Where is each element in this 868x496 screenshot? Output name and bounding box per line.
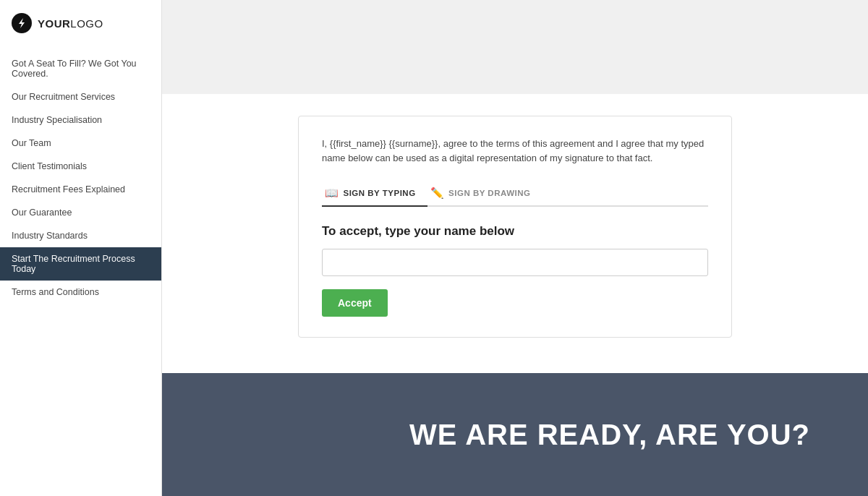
accept-button[interactable]: Accept bbox=[322, 289, 388, 317]
sidebar-item-5: Recruitment Fees Explained bbox=[0, 178, 161, 201]
name-input[interactable] bbox=[322, 249, 708, 276]
sidebar-link-5[interactable]: Recruitment Fees Explained bbox=[0, 178, 161, 201]
main-middle-area: I, {{first_name}} {{surname}}, agree to … bbox=[162, 94, 868, 373]
sidebar-link-1[interactable]: Our Recruitment Services bbox=[0, 85, 161, 108]
logo-bold: YOUR bbox=[38, 17, 70, 30]
book-icon: 📖 bbox=[325, 187, 339, 200]
sidebar-link-3[interactable]: Our Team bbox=[0, 132, 161, 155]
sidebar-link-9[interactable]: Terms and Conditions bbox=[0, 281, 161, 304]
sidebar-link-4[interactable]: Client Testimonials bbox=[0, 155, 161, 178]
sidebar-link-0[interactable]: Got A Seat To Fill? We Got You Covered. bbox=[0, 52, 161, 85]
sidebar-item-2: Industry Specialisation bbox=[0, 108, 161, 132]
sidebar-nav: Got A Seat To Fill? We Got You Covered.O… bbox=[0, 46, 161, 309]
sidebar: YOURLOGO Got A Seat To Fill? We Got You … bbox=[0, 0, 162, 496]
signature-card: I, {{first_name}} {{surname}}, agree to … bbox=[298, 116, 732, 338]
footer-banner: WE ARE READY, ARE YOU? bbox=[162, 373, 868, 496]
svg-marker-0 bbox=[19, 18, 25, 28]
main-content: I, {{first_name}} {{surname}}, agree to … bbox=[162, 0, 868, 496]
footer-heading: WE ARE READY, ARE YOU? bbox=[409, 419, 810, 451]
tab-sign-by-drawing[interactable]: ✏️ SIGN BY DRAWING bbox=[427, 181, 542, 207]
logo-area: YOURLOGO bbox=[0, 0, 161, 46]
sidebar-item-1: Our Recruitment Services bbox=[0, 85, 161, 108]
sidebar-item-6: Our Guarantee bbox=[0, 201, 161, 224]
nav-list: Got A Seat To Fill? We Got You Covered.O… bbox=[0, 46, 161, 309]
logo-regular: LOGO bbox=[70, 17, 103, 30]
sidebar-item-0: Got A Seat To Fill? We Got You Covered. bbox=[0, 52, 161, 85]
pencil-icon: ✏️ bbox=[430, 187, 445, 200]
tab-sign-by-typing[interactable]: 📖 SIGN BY TYPING bbox=[322, 181, 427, 207]
sidebar-link-8[interactable]: Start The Recruitment Process Today bbox=[0, 247, 161, 281]
accept-label: To accept, type your name below bbox=[322, 224, 708, 239]
sidebar-link-2[interactable]: Industry Specialisation bbox=[0, 108, 161, 132]
sidebar-item-8: Start The Recruitment Process Today bbox=[0, 247, 161, 281]
tab-typing-label: SIGN BY TYPING bbox=[344, 189, 416, 197]
signature-tabs: 📖 SIGN BY TYPING ✏️ SIGN BY DRAWING bbox=[322, 181, 708, 207]
tab-drawing-label: SIGN BY DRAWING bbox=[448, 189, 530, 197]
agreement-text: I, {{first_name}} {{surname}}, agree to … bbox=[322, 137, 708, 165]
bolt-icon bbox=[16, 17, 27, 29]
sidebar-item-7: Industry Standards bbox=[0, 224, 161, 247]
logo-icon bbox=[12, 13, 32, 33]
sidebar-item-9: Terms and Conditions bbox=[0, 281, 161, 304]
sidebar-link-7[interactable]: Industry Standards bbox=[0, 224, 161, 247]
logo-text: YOURLOGO bbox=[38, 17, 103, 30]
sidebar-link-6[interactable]: Our Guarantee bbox=[0, 201, 161, 224]
sidebar-item-4: Client Testimonials bbox=[0, 155, 161, 178]
main-top-area bbox=[162, 0, 868, 94]
sidebar-item-3: Our Team bbox=[0, 132, 161, 155]
